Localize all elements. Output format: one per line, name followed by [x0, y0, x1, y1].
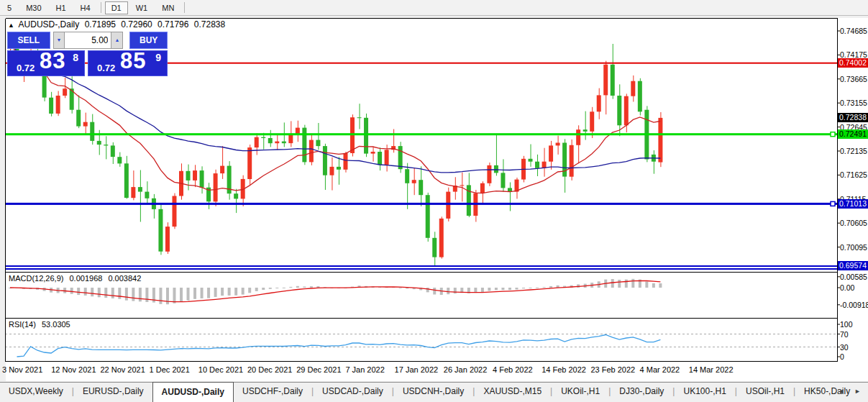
rsi-axis-label: 30: [840, 343, 849, 352]
rsi-value: 53.0305: [42, 320, 70, 329]
macd-indicator-name: MACD(12,26,9): [9, 274, 63, 283]
rsi-axis-label: 70: [840, 330, 849, 339]
buy-price-main: 85: [120, 48, 146, 74]
price-axis-label: 0.74685: [840, 27, 867, 35]
time-axis-label: 4 Feb 2022: [493, 365, 533, 374]
time-axis-label: 1 Dec 2021: [150, 365, 190, 374]
tab-scroll-arrows-icon[interactable]: ◄ ►: [838, 388, 865, 395]
macd-axis-label: 0.00585: [840, 273, 867, 281]
time-axis-label: 14 Mar 2022: [689, 365, 734, 374]
price-axis-label: 0.71625: [840, 170, 867, 179]
sell-price-display[interactable]: 0.72 83 8: [7, 50, 85, 76]
price-axis-label: 0.73665: [840, 75, 867, 83]
time-axis-label: 12 Nov 2021: [51, 365, 96, 374]
time-axis-label: 17 Jan 2022: [395, 365, 439, 374]
tab-usoil-h1[interactable]: USOil-,H1: [737, 383, 793, 402]
volume-input[interactable]: [65, 32, 111, 49]
buy-price-prefix: 0.72: [97, 63, 115, 73]
chart-symbol-title: AUDUSD-,Daily: [19, 19, 80, 29]
rsi-axis-label: 0: [840, 352, 844, 361]
ohlc-high: 0.72960: [121, 19, 152, 29]
ohlc-open: 0.71895: [85, 19, 116, 29]
rsi-axis-label: 100: [840, 320, 853, 329]
time-axis-label: 22 Nov 2021: [100, 365, 145, 374]
symbol-marker-icon: ▲: [8, 22, 14, 29]
rsi-label-row: RSI(14) 53.0305: [9, 320, 74, 329]
sell-price-pipette: 8: [73, 52, 78, 63]
sell-price-prefix: 0.72: [17, 63, 35, 73]
mt4-app: { "icons": { "title_marker": "▲", "spinn…: [0, 0, 868, 402]
buy-price-pipette: 9: [155, 52, 161, 63]
macd-signal-value: 0.003842: [108, 274, 141, 283]
tab-usdchf-daily[interactable]: USDCHF-,Daily: [234, 383, 311, 402]
price-level-badge: 0.74002: [838, 58, 868, 68]
macd-main-value: 0.001968: [69, 274, 102, 283]
price-axis-label: 0.73155: [840, 99, 867, 107]
macd-label-row: MACD(12,26,9) 0.001968 0.003842: [9, 274, 145, 283]
price-axis-label: 0.70095: [840, 243, 867, 252]
time-axis-label: 23 Feb 2022: [590, 365, 635, 374]
tab-xauusd-m15[interactable]: XAUUSD-,M15: [475, 383, 550, 402]
ohlc-low: 0.71796: [157, 19, 188, 29]
sell-button[interactable]: SELL: [7, 32, 50, 49]
time-axis-label: 3 Nov 2021: [2, 365, 42, 374]
buy-price-display[interactable]: 0.72 85 9: [88, 50, 168, 76]
macd-axis-label: 0.00: [840, 283, 854, 292]
time-axis-label: 14 Feb 2022: [542, 365, 586, 374]
macd-axis-label: -0.00918: [840, 301, 868, 309]
chart-title-row: ▲ AUDUSD-,Daily 0.71895 0.72960 0.71796 …: [8, 19, 228, 29]
time-axis-label: 4 Mar 2022: [640, 365, 680, 374]
price-axis-label: 0.72135: [840, 147, 867, 155]
rsi-indicator-name: RSI(14): [9, 320, 36, 329]
time-axis-label: 20 Dec 2021: [247, 365, 292, 374]
price-axis-label: 0.70605: [840, 219, 867, 227]
tab-usdx-weekly[interactable]: USDX,Weekly: [0, 383, 72, 402]
one-click-trading-panel: SELL ▼ ▲ BUY 0.72 83 8 0.72 85 9: [7, 32, 168, 76]
time-axis-label: 26 Jan 2022: [444, 365, 488, 374]
price-level-badge: 0.69574: [838, 261, 868, 270]
volume-decrease-button[interactable]: ▼: [53, 32, 65, 49]
tab-usdcnh-daily[interactable]: USDCNH-,Daily: [394, 383, 472, 402]
time-axis-label: 29 Dec 2021: [296, 365, 341, 374]
time-axis-label: 10 Dec 2021: [198, 365, 243, 374]
tab-uk100-h1[interactable]: UK100-,H1: [675, 383, 734, 402]
time-axis-label: 7 Jan 2022: [345, 365, 384, 374]
tab-audusd-daily[interactable]: AUDUSD-,Daily: [152, 382, 234, 402]
chart-tabs-bar: USDX,Weekly|EURUSD-,DailyAUDUSD-,DailyUS…: [0, 382, 868, 402]
price-level-badge: 0.72491: [838, 129, 868, 139]
price-level-badge: 0.71013: [838, 199, 868, 209]
ohlc-close: 0.72838: [194, 19, 225, 29]
current-price-badge: 0.72838: [838, 113, 868, 122]
volume-increase-button[interactable]: ▲: [111, 32, 123, 49]
tab-usdcad-daily[interactable]: USDCAD-,Daily: [314, 383, 392, 402]
tab-eurusd-daily[interactable]: EURUSD-,Daily: [74, 383, 152, 402]
tab-ukoil-h1[interactable]: UKOil-,H1: [552, 383, 608, 402]
tab-dj30-daily[interactable]: DJ30-,Daily: [611, 383, 672, 402]
sell-price-main: 83: [40, 48, 65, 74]
buy-button[interactable]: BUY: [129, 32, 168, 49]
